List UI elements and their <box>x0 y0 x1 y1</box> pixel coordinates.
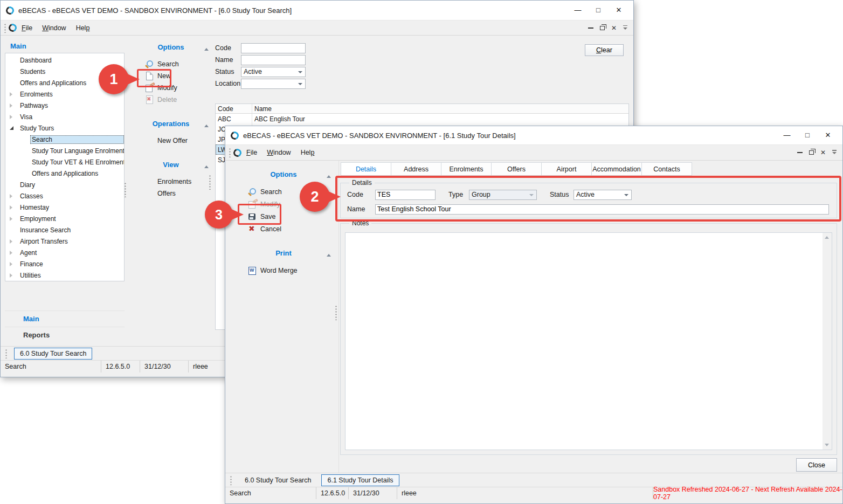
task-item-modify[interactable]: Modify <box>130 82 212 94</box>
doc-tab-6-1-study-tour-details[interactable]: 6.1 Study Tour Details <box>321 474 399 486</box>
task-item-cancel[interactable]: Cancel <box>233 223 334 235</box>
scrollbar[interactable] <box>823 233 832 450</box>
close-button[interactable]: ✕ <box>611 4 627 16</box>
tab-airport[interactable]: Airport <box>541 162 592 176</box>
tree-item-enrolments[interactable]: Enrolments <box>5 88 124 100</box>
menu-file[interactable]: File <box>17 23 37 33</box>
nav-section-main[interactable]: Main <box>5 310 125 327</box>
tree-item-diary[interactable]: Diary <box>5 179 124 190</box>
tree-item-insurance-search[interactable]: Insurance Search <box>5 224 124 236</box>
chevron-right-icon[interactable] <box>10 194 18 198</box>
menu-file[interactable]: File <box>241 147 262 158</box>
chevron-right-icon[interactable] <box>10 262 18 266</box>
tree-item-offers-and-applications[interactable]: Offers and Applications <box>5 168 124 179</box>
menu-window[interactable]: Window <box>262 147 295 158</box>
close-details-button[interactable]: Close <box>796 458 837 472</box>
status-select[interactable]: Active <box>241 67 306 77</box>
tree-item-airport-transfers[interactable]: Airport Transfers <box>5 236 124 247</box>
mdi-minimize-icon[interactable] <box>588 27 593 29</box>
status-select[interactable]: Active <box>573 190 632 200</box>
scroll-down-icon[interactable] <box>825 444 829 446</box>
task-item-enrolments[interactable]: Enrolments <box>130 176 212 188</box>
minimize-button[interactable]: — <box>779 129 795 141</box>
collapse-icon[interactable] <box>204 125 209 127</box>
menu-help[interactable]: Help <box>296 147 320 158</box>
chevron-right-icon[interactable] <box>10 217 18 221</box>
tabstrip-grip[interactable] <box>5 349 8 358</box>
mdi-close-icon[interactable] <box>820 149 826 156</box>
menu-window[interactable]: Window <box>37 23 71 33</box>
task-item-new-offer[interactable]: New Offer <box>130 135 212 147</box>
toolbar-overflow-icon[interactable] <box>623 25 628 31</box>
task-item-modify[interactable]: Modify <box>233 198 334 210</box>
tree-item-agent[interactable]: Agent <box>5 247 124 258</box>
collapse-icon[interactable] <box>204 48 209 51</box>
scroll-up-icon[interactable] <box>825 236 829 239</box>
doc-tab-6-0-study-tour-search[interactable]: 6.0 Study Tour Search <box>14 348 92 360</box>
close-button[interactable]: ✕ <box>820 129 836 141</box>
tree-item-utilities[interactable]: Utilities <box>5 270 124 281</box>
table-row[interactable]: ABCABC English Tour <box>216 114 628 124</box>
tree-item-study-tour-language-enrolments[interactable]: Study Tour Language Enrolments <box>5 145 124 156</box>
chevron-right-icon[interactable] <box>10 115 18 119</box>
nav-section-reports[interactable]: Reports <box>5 327 125 343</box>
task-item-word-merge[interactable]: Word Merge <box>233 264 334 277</box>
collapse-icon[interactable] <box>327 254 331 257</box>
tree-item-study-tour-vet-he-enrolments[interactable]: Study Tour VET & HE Enrolments <box>5 156 124 168</box>
chevron-right-icon[interactable] <box>10 103 18 108</box>
toolbar-overflow-icon[interactable] <box>832 150 837 155</box>
chevron-right-icon[interactable] <box>10 251 18 255</box>
task-item-search[interactable]: Search <box>130 58 212 70</box>
mdi-restore-icon[interactable] <box>600 26 605 30</box>
tab-address[interactable]: Address <box>391 162 441 176</box>
triangle-expanded-icon[interactable] <box>10 126 18 130</box>
tree-item-pathways[interactable]: Pathways <box>5 100 124 111</box>
tree-item-students[interactable]: Students <box>5 66 124 77</box>
location-select[interactable] <box>241 79 306 89</box>
tab-contacts[interactable]: Contacts <box>641 162 692 176</box>
task-item-delete[interactable]: Delete <box>130 94 212 106</box>
tab-accommodation[interactable]: Accommodation <box>591 162 642 176</box>
collapse-icon[interactable] <box>204 165 209 168</box>
mdi-minimize-icon[interactable] <box>797 152 803 153</box>
task-item-save[interactable]: Save <box>233 210 334 223</box>
toolbar-grip[interactable] <box>229 148 231 157</box>
name-input[interactable] <box>241 55 306 65</box>
maximize-button[interactable]: □ <box>590 4 606 16</box>
chevron-right-icon[interactable] <box>10 239 18 244</box>
tab-offers[interactable]: Offers <box>491 162 542 176</box>
task-item-new[interactable]: New <box>130 70 212 82</box>
tabstrip-grip[interactable] <box>230 475 232 485</box>
name-input[interactable] <box>375 204 829 215</box>
splitter-grip[interactable] <box>209 175 211 190</box>
splitter-grip[interactable] <box>335 305 337 320</box>
tree-item-visa[interactable]: Visa <box>5 111 124 122</box>
task-item-offers[interactable]: Offers <box>130 188 212 199</box>
splitter-grip[interactable] <box>124 182 127 197</box>
tab-enrolments[interactable]: Enrolments <box>441 162 492 176</box>
chevron-right-icon[interactable] <box>10 205 18 210</box>
maximize-button[interactable]: □ <box>799 129 816 141</box>
tree-item-homestay[interactable]: Homestay <box>5 202 124 213</box>
tree-item-finance[interactable]: Finance <box>5 258 124 270</box>
menu-help[interactable]: Help <box>71 23 95 33</box>
tree-item-employment[interactable]: Employment <box>5 213 124 224</box>
tree-item-study-tours[interactable]: Study Tours <box>5 122 124 134</box>
clear-button[interactable]: Clear <box>585 44 624 56</box>
code-input[interactable] <box>375 190 436 200</box>
collapse-icon[interactable] <box>327 175 331 178</box>
tree-item-classes[interactable]: Classes <box>5 190 124 202</box>
doc-tab-6-0-study-tour-search[interactable]: 6.0 Study Tour Search <box>239 474 317 486</box>
code-input[interactable] <box>241 43 306 53</box>
tree-item-offers-and-applications[interactable]: Offers and Applications <box>5 77 124 88</box>
type-select[interactable]: Group <box>469 190 537 200</box>
task-item-search[interactable]: Search <box>233 185 334 198</box>
toolbar-grip[interactable] <box>4 23 6 33</box>
mdi-close-icon[interactable] <box>611 24 617 32</box>
tree-item-dashboard[interactable]: Dashboard <box>5 54 124 66</box>
chevron-right-icon[interactable] <box>10 92 18 96</box>
minimize-button[interactable]: — <box>570 4 586 16</box>
tab-details[interactable]: Details <box>341 162 391 176</box>
chevron-right-icon[interactable] <box>10 273 18 278</box>
notes-textarea[interactable] <box>345 232 832 450</box>
